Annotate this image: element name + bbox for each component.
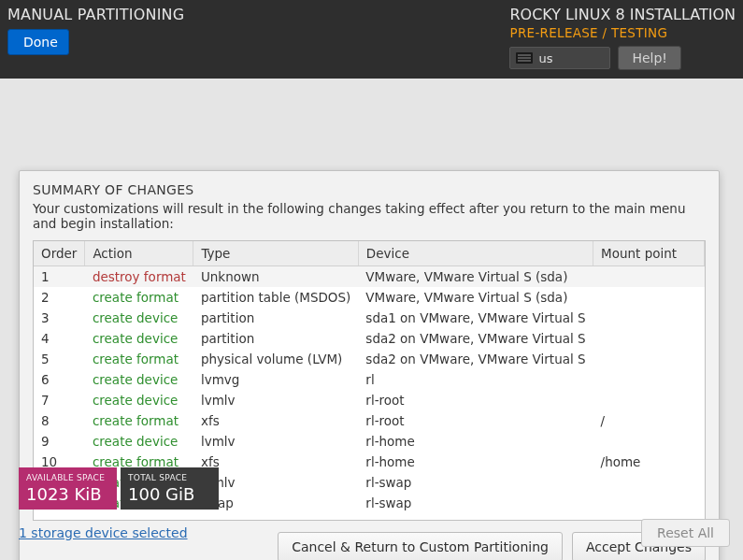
cell-mount: [593, 349, 705, 369]
cell-mount: /home: [593, 452, 705, 472]
keyboard-icon: [516, 52, 533, 64]
bottom-row: 1 storage device selected Reset All: [19, 519, 730, 547]
page-title: MANUAL PARTITIONING: [7, 6, 184, 23]
cell-device: rl-root: [358, 410, 593, 431]
column-order[interactable]: Order: [34, 241, 85, 266]
table-row[interactable]: 3create devicepartitionsda1 on VMware, V…: [34, 308, 705, 328]
cell-action: create device: [85, 431, 193, 452]
cell-type: partition: [193, 328, 358, 349]
cell-device: rl-home: [358, 452, 593, 472]
done-button[interactable]: Done: [7, 29, 69, 55]
table-row[interactable]: 5create formatphysical volume (LVM)sda2 …: [34, 349, 705, 369]
available-space-value: 1023 KiB: [26, 484, 109, 504]
cell-action: create format: [85, 349, 193, 369]
cell-action: create device: [85, 390, 193, 410]
cell-mount: [593, 472, 705, 493]
top-bar: MANUAL PARTITIONING Done ROCKY LINUX 8 I…: [0, 0, 743, 79]
cell-mount: /: [593, 410, 705, 431]
cell-mount: [593, 328, 705, 349]
total-space-box: TOTAL SPACE 100 GiB: [121, 467, 219, 510]
cell-action: create format: [85, 410, 193, 431]
cell-mount: [593, 266, 705, 288]
cell-mount: [593, 287, 705, 308]
cell-mount: [593, 431, 705, 452]
cell-device: rl-swap: [358, 493, 593, 513]
cell-order: 4: [34, 328, 85, 349]
cell-device: rl: [358, 369, 593, 390]
keyboard-layout-indicator[interactable]: us: [509, 47, 610, 69]
cell-type: lvmlv: [193, 431, 358, 452]
available-space-label: AVAILABLE SPACE: [26, 473, 109, 482]
cell-type: lvmvg: [193, 369, 358, 390]
main-area: SUMMARY OF CHANGES Your customizations w…: [0, 79, 743, 560]
prerelease-label: PRE-RELEASE / TESTING: [509, 25, 667, 40]
cell-device: rl-swap: [358, 472, 593, 493]
cell-order: 1: [34, 266, 85, 288]
table-header-row: Order Action Type Device Mount point: [34, 241, 705, 266]
cell-type: Unknown: [193, 266, 358, 288]
table-row[interactable]: 1destroy formatUnknownVMware, VMware Vir…: [34, 266, 705, 288]
cell-action: create device: [85, 369, 193, 390]
table-row[interactable]: 6create devicelvmvgrl: [34, 369, 705, 390]
top-bar-right: ROCKY LINUX 8 INSTALLATION PRE-RELEASE /…: [509, 6, 736, 71]
cell-device: rl-root: [358, 390, 593, 410]
cell-device: VMware, VMware Virtual S (sda): [358, 287, 593, 308]
cell-device: VMware, VMware Virtual S (sda): [358, 266, 593, 288]
cell-action: destroy format: [85, 266, 193, 288]
table-row[interactable]: 7create devicelvmlvrl-root: [34, 390, 705, 410]
dialog-title: SUMMARY OF CHANGES: [33, 182, 706, 197]
total-space-value: 100 GiB: [128, 484, 211, 504]
cell-device: sda2 on VMware, VMware Virtual S: [358, 328, 593, 349]
top-bar-left: MANUAL PARTITIONING Done: [7, 6, 184, 71]
cell-mount: [593, 390, 705, 410]
cell-mount: [593, 493, 705, 513]
cell-mount: [593, 369, 705, 390]
total-space-label: TOTAL SPACE: [128, 473, 211, 482]
space-summary: AVAILABLE SPACE 1023 KiB TOTAL SPACE 100…: [19, 467, 219, 510]
column-action[interactable]: Action: [85, 241, 193, 266]
cell-action: create device: [85, 328, 193, 349]
product-title: ROCKY LINUX 8 INSTALLATION: [509, 6, 736, 23]
cell-order: 9: [34, 431, 85, 452]
cell-order: 6: [34, 369, 85, 390]
help-button[interactable]: Help!: [618, 46, 681, 70]
cell-type: lvmlv: [193, 390, 358, 410]
reset-all-button[interactable]: Reset All: [641, 519, 730, 547]
cell-type: partition: [193, 308, 358, 328]
cell-order: 5: [34, 349, 85, 369]
column-device[interactable]: Device: [358, 241, 593, 266]
column-mount[interactable]: Mount point: [593, 241, 705, 266]
cell-type: partition table (MSDOS): [193, 287, 358, 308]
cell-device: sda2 on VMware, VMware Virtual S: [358, 349, 593, 369]
cell-mount: [593, 308, 705, 328]
cell-order: 2: [34, 287, 85, 308]
table-row[interactable]: 8create formatxfsrl-root/: [34, 410, 705, 431]
cell-action: create format: [85, 287, 193, 308]
cell-device: rl-home: [358, 431, 593, 452]
table-row[interactable]: 2create formatpartition table (MSDOS)VMw…: [34, 287, 705, 308]
available-space-box: AVAILABLE SPACE 1023 KiB: [19, 467, 117, 510]
storage-devices-link[interactable]: 1 storage device selected: [19, 525, 188, 540]
cell-order: 3: [34, 308, 85, 328]
table-row[interactable]: 4create devicepartitionsda2 on VMware, V…: [34, 328, 705, 349]
cell-type: xfs: [193, 410, 358, 431]
cell-type: physical volume (LVM): [193, 349, 358, 369]
cell-action: create device: [85, 308, 193, 328]
cell-device: sda1 on VMware, VMware Virtual S: [358, 308, 593, 328]
cell-order: 7: [34, 390, 85, 410]
dialog-description: Your customizations will result in the f…: [33, 201, 706, 231]
cell-order: 8: [34, 410, 85, 431]
column-type[interactable]: Type: [193, 241, 358, 266]
table-row[interactable]: 9create devicelvmlvrl-home: [34, 431, 705, 452]
keyboard-layout-label: us: [538, 51, 552, 65]
